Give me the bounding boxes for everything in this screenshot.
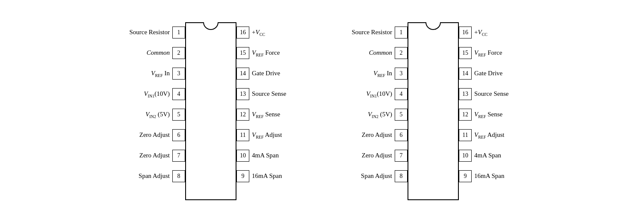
pin-label-left: Common [339,49,395,56]
ic-bottom [185,199,236,200]
pin-number-box: 10 [459,150,472,162]
pin-label-right: 4mA Span [472,152,527,159]
pin-row-right: 14Gate Drive [459,63,527,84]
pin-number-box: 8 [395,170,408,182]
pin-label-right: Gate Drive [249,70,305,77]
pin-row-right: 13Source Sense [459,84,527,104]
pins-right: 16+VCC15VREF Force14Gate Drive13Source S… [459,22,527,186]
pin-label-left: Span Adjust [339,172,395,180]
pin-number-box: 2 [395,47,408,59]
ic-bottom [408,199,459,200]
pin-number-box: 7 [172,150,185,162]
pin-label-left: VREF In [117,70,172,77]
pin-row-left: VREF In3 [117,63,185,84]
ic-body-wrap [408,22,459,200]
pin-label-right: Source Sense [472,90,527,98]
diagrams-container: Source Resistor1Common2VREF In3VIN1(10V)… [117,22,527,200]
pin-row-right: 104mA Span [236,145,305,166]
pin-label-right: VREF Adjust [472,131,527,139]
pin-row-left: Zero Adjust6 [339,125,408,145]
pin-row-left: VIN1(10V)4 [339,84,408,104]
pin-number-box: 14 [236,68,249,80]
pin-number-box: 15 [236,47,249,59]
pins-left: Source Resistor1Common2VREF In3VIN1(10V)… [339,22,408,186]
pin-number-box: 3 [172,68,185,80]
pin-label-left: VIN2 (5V) [339,111,395,118]
pin-row-right: 916mA Span [459,166,527,186]
pin-label-right: 16mA Span [472,172,527,180]
pin-label-right: VREF Force [472,49,527,56]
pin-row-right: 13Source Sense [236,84,305,104]
pin-row-left: Source Resistor1 [117,22,185,43]
pin-row-right: 12VREF Sense [236,104,305,125]
pin-row-left: VIN2 (5V)5 [339,104,408,125]
pin-row-right: 16+VCC [459,22,527,43]
pin-number-box: 10 [236,150,249,162]
pin-number-box: 1 [395,27,408,38]
pin-number-box: 13 [236,88,249,100]
ic-top [185,22,236,35]
pin-label-right: VREF Force [249,49,305,56]
pin-row-left: Span Adjust8 [117,166,185,186]
pin-row-right: 15VREF Force [236,43,305,63]
pin-label-left: VIN1(10V) [339,90,395,98]
pin-number-box: 6 [172,129,185,141]
pin-row-right: 104mA Span [459,145,527,166]
pin-number-box: 12 [236,109,249,121]
pin-number-box: 7 [395,150,408,162]
ic-diagram-1: Source Resistor1Common2VREF In3VIN1(10V)… [117,22,305,200]
pin-row-left: Span Adjust8 [339,166,408,186]
pin-label-right: 16mA Span [249,172,305,180]
pin-number-box: 2 [172,47,185,59]
pin-label-left: Zero Adjust [117,131,172,139]
pin-row-left: Common2 [117,43,185,63]
pin-number-box: 8 [172,170,185,182]
pin-number-box: 4 [172,88,185,100]
pin-label-right: +VCC [249,29,305,36]
ic-notch [203,22,219,30]
pin-number-box: 9 [236,170,249,182]
pin-number-box: 11 [236,129,249,141]
ic-body-wrap [185,22,236,200]
pin-number-box: 5 [395,109,408,121]
pin-label-left: Span Adjust [117,172,172,180]
pin-row-right: 12VREF Sense [459,104,527,125]
pin-row-left: VREF In3 [339,63,408,84]
pin-number-box: 15 [459,47,472,59]
pin-number-box: 16 [459,27,472,38]
pin-label-right: Gate Drive [472,70,527,77]
pin-row-right: 14Gate Drive [236,63,305,84]
pin-label-right: 4mA Span [249,152,305,159]
ic-top [408,22,459,35]
pin-label-left: VIN2 (5V) [117,111,172,118]
pin-row-left: Source Resistor1 [339,22,408,43]
pin-label-left: VIN1(10V) [117,90,172,98]
ic-notch [425,22,441,30]
pin-label-left: Zero Adjust [117,152,172,159]
pin-number-box: 13 [459,88,472,100]
pin-label-right: VREF Adjust [249,131,305,139]
pin-label-right: VREF Sense [472,111,527,118]
pin-row-left: Common2 [339,43,408,63]
pins-left: Source Resistor1Common2VREF In3VIN1(10V)… [117,22,185,186]
pin-number-box: 6 [395,129,408,141]
pins-right: 16+VCC15VREF Force14Gate Drive13Source S… [236,22,305,186]
pin-label-right: VREF Sense [249,111,305,118]
pin-row-left: VIN2 (5V)5 [117,104,185,125]
pin-label-left: VREF In [339,70,395,77]
pin-number-box: 16 [236,27,249,38]
pin-row-right: 16+VCC [236,22,305,43]
pin-number-box: 14 [459,68,472,80]
pin-number-box: 5 [172,109,185,121]
pin-row-right: 11VREF Adjust [459,125,527,145]
ic-inner [408,35,459,199]
pin-row-left: Zero Adjust7 [117,145,185,166]
ic-inner [185,35,236,199]
pin-label-right: +VCC [472,29,527,36]
pin-number-box: 4 [395,88,408,100]
pin-label-left: Zero Adjust [339,152,395,159]
pin-label-right: Source Sense [249,90,305,98]
pin-number-box: 11 [459,129,472,141]
pin-row-left: Zero Adjust6 [117,125,185,145]
pin-row-left: Zero Adjust7 [339,145,408,166]
